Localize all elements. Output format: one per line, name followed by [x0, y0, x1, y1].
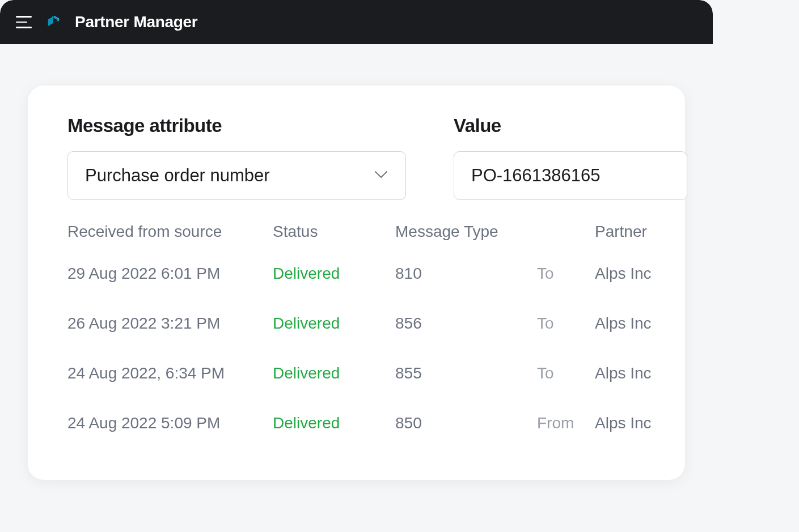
column-header-direction: [537, 223, 595, 241]
cell-status: Delivered: [273, 364, 395, 382]
select-wrapper: [67, 151, 406, 200]
cell-received: 24 Aug 2022 5:09 PM: [67, 414, 273, 432]
cell-status: Delivered: [273, 265, 395, 283]
column-header-received: Received from source: [67, 223, 273, 241]
cell-status: Delivered: [273, 314, 395, 333]
cell-direction: To: [537, 314, 595, 333]
value-label: Value: [454, 115, 687, 137]
app-title: Partner Manager: [75, 13, 197, 31]
menu-icon[interactable]: [16, 14, 32, 30]
table-header: Received from source Status Message Type…: [67, 223, 645, 249]
cell-message-type: 855: [395, 364, 537, 382]
cell-received: 26 Aug 2022 3:21 PM: [67, 314, 273, 333]
cell-direction: To: [537, 364, 595, 382]
table-row[interactable]: 26 Aug 2022 3:21 PM Delivered 856 To Alp…: [67, 299, 645, 348]
cell-partner: Alps Inc: [595, 414, 686, 432]
table-row[interactable]: 24 Aug 2022, 6:34 PM Delivered 855 To Al…: [67, 348, 645, 398]
results-table: Received from source Status Message Type…: [67, 223, 645, 448]
filter-group-attribute: Message attribute: [67, 115, 406, 200]
cell-partner: Alps Inc: [595, 265, 686, 283]
cell-partner: Alps Inc: [595, 314, 686, 333]
logo-icon: [45, 14, 61, 30]
content-card: Message attribute Value Received from so…: [28, 86, 685, 480]
cell-partner: Alps Inc: [595, 364, 686, 382]
message-attribute-label: Message attribute: [67, 115, 406, 137]
column-header-partner: Partner: [595, 223, 686, 241]
table-row[interactable]: 24 Aug 2022 5:09 PM Delivered 850 From A…: [67, 398, 645, 448]
header-bar: Partner Manager: [0, 0, 713, 44]
cell-received: 24 Aug 2022, 6:34 PM: [67, 364, 273, 382]
cell-direction: To: [537, 265, 595, 283]
filter-row: Message attribute Value: [67, 115, 645, 200]
cell-message-type: 856: [395, 314, 537, 333]
cell-message-type: 810: [395, 265, 537, 283]
cell-status: Delivered: [273, 414, 395, 432]
cell-direction: From: [537, 414, 595, 432]
app-window: Partner Manager Message attribute Value: [0, 0, 713, 503]
cell-message-type: 850: [395, 414, 537, 432]
table-row[interactable]: 29 Aug 2022 6:01 PM Delivered 810 To Alp…: [67, 249, 645, 299]
filter-group-value: Value: [454, 115, 687, 200]
message-attribute-select[interactable]: [67, 151, 406, 200]
column-header-status: Status: [273, 223, 395, 241]
value-input[interactable]: [454, 151, 687, 200]
cell-received: 29 Aug 2022 6:01 PM: [67, 265, 273, 283]
column-header-message-type: Message Type: [395, 223, 537, 241]
